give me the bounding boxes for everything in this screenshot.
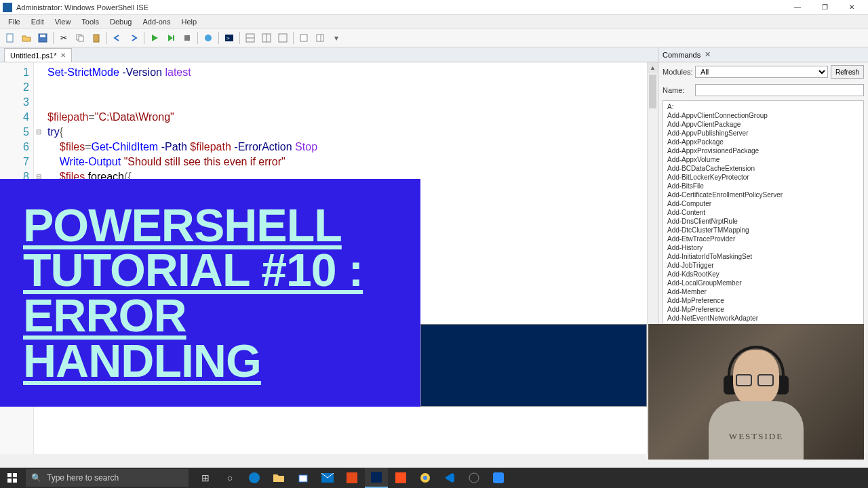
task-view-icon[interactable]: ⊞	[194, 468, 217, 488]
cmd-item[interactable]: Add-KdsRootKey	[663, 270, 863, 279]
undo-button[interactable]	[110, 30, 125, 45]
search-placeholder: Type here to search	[47, 473, 119, 483]
svg-point-23	[249, 472, 260, 483]
cmd-item[interactable]: Add-LocalGroupMember	[663, 279, 863, 287]
redo-button[interactable]	[126, 30, 141, 45]
powershell-button[interactable]: >	[222, 30, 237, 45]
new-file-button[interactable]	[3, 30, 18, 45]
modules-select[interactable]: All	[695, 66, 828, 78]
menu-file[interactable]: File	[3, 16, 26, 27]
svg-rect-5	[94, 35, 99, 42]
paste-button[interactable]	[89, 30, 104, 45]
svg-rect-4	[79, 36, 83, 41]
cmd-item[interactable]: Add-JobTrigger	[663, 261, 863, 270]
toolbar: ✂ > ▾	[0, 28, 868, 47]
obs-icon[interactable]	[462, 468, 486, 488]
layout-button-3[interactable]	[275, 30, 290, 45]
svg-rect-33	[493, 472, 504, 483]
window-title: Administrator: Windows PowerShell ISE	[16, 3, 149, 12]
cmd-item[interactable]: Add-AppvClientPackage	[663, 120, 863, 129]
menu-tools[interactable]: Tools	[76, 16, 104, 27]
run-selection-button[interactable]	[163, 30, 178, 45]
run-script-button[interactable]	[147, 30, 162, 45]
cmd-item[interactable]: Add-AppvPublishingServer	[663, 129, 863, 138]
cmd-item[interactable]: Add-MpPreference	[663, 305, 863, 314]
video-title-overlay: POWERSHELL TUTORIAL #10 : ERROR HANDLING	[0, 179, 420, 407]
open-file-button[interactable]	[19, 30, 34, 45]
svg-rect-6	[173, 35, 174, 41]
cmd-item[interactable]: Add-NetEventNetworkAdapter	[663, 314, 863, 323]
cmd-item[interactable]: Add-Content	[663, 208, 863, 217]
svg-rect-17	[317, 35, 323, 41]
taskbar-search[interactable]: 🔍 Type here to search	[26, 469, 189, 487]
cmd-item[interactable]: Add-AppxPackage	[663, 138, 863, 146]
minimize-button[interactable]: —	[784, 1, 811, 14]
cmd-item[interactable]: Add-Member	[663, 287, 863, 296]
svg-rect-21	[7, 479, 12, 483]
file-tab[interactable]: Untitled1.ps1* ✕	[4, 48, 72, 62]
edge-icon[interactable]	[243, 468, 266, 488]
cmd-item[interactable]: Add-InitiatorIdToMaskingSet	[663, 252, 863, 261]
webcam-overlay: WESTSIDE	[648, 324, 864, 460]
cmd-item[interactable]: Add-Computer	[663, 199, 863, 208]
svg-rect-15	[279, 34, 287, 42]
chrome-icon[interactable]	[414, 468, 437, 488]
app-icon-1[interactable]	[340, 468, 363, 488]
cmd-item[interactable]: Add-MpPreference	[663, 296, 863, 305]
show-script-button[interactable]	[296, 30, 311, 45]
cmd-item[interactable]: Add-DnsClientNrptRule	[663, 217, 863, 226]
cmd-item[interactable]: Add-CertificateEnrollmentPolicyServer	[663, 190, 863, 199]
shirt-text: WESTSIDE	[709, 431, 804, 442]
cmd-item[interactable]: Add-AppxVolume	[663, 155, 863, 164]
cmd-item[interactable]: Add-BitsFile	[663, 182, 863, 190]
start-button[interactable]	[0, 468, 24, 488]
cmd-item[interactable]: Add-BitLockerKeyProtector	[663, 173, 863, 182]
menu-debug[interactable]: Debug	[104, 16, 137, 27]
app-icon-2[interactable]	[389, 468, 412, 488]
cmd-item[interactable]: Add-EtwTraceProvider	[663, 235, 863, 243]
app-icon-3[interactable]	[487, 468, 510, 488]
menu-help[interactable]: Help	[176, 16, 202, 27]
cmd-item[interactable]: Add-History	[663, 243, 863, 252]
stop-button[interactable]	[180, 30, 195, 45]
toolbox-dropdown-button[interactable]: ▾	[329, 30, 344, 45]
maximize-button[interactable]: ❐	[811, 1, 838, 14]
tab-strip: Untitled1.ps1* ✕	[0, 47, 658, 62]
cmd-item[interactable]: Add-DtcClusterTMMapping	[663, 226, 863, 235]
console-pane[interactable]	[420, 324, 647, 407]
svg-point-8	[205, 35, 212, 41]
mail-icon[interactable]	[316, 468, 339, 488]
menu-view[interactable]: View	[50, 16, 77, 27]
scroll-thumb[interactable]	[649, 75, 656, 108]
presenter: WESTSIDE	[702, 338, 810, 460]
cmd-item[interactable]: Add-AppvClientConnectionGroup	[663, 111, 863, 120]
menu-edit[interactable]: Edit	[26, 16, 50, 27]
new-remote-tab-button[interactable]	[201, 30, 216, 45]
layout-button-1[interactable]	[243, 30, 258, 45]
explorer-icon[interactable]	[267, 468, 290, 488]
close-button[interactable]: ✕	[838, 1, 865, 14]
menu-add-ons[interactable]: Add-ons	[137, 16, 176, 27]
commands-panel-close-icon[interactable]: ✕	[705, 50, 711, 59]
ise-icon[interactable]	[365, 468, 388, 488]
vscode-icon[interactable]	[438, 468, 461, 488]
cmd-item[interactable]: Add-BCDataCacheExtension	[663, 164, 863, 173]
overlay-line-2: TUTORIAL #10 :	[23, 247, 397, 293]
copy-button[interactable]	[73, 30, 87, 45]
layout-button-2[interactable]	[259, 30, 274, 45]
commands-panel-header: Commands ✕	[658, 47, 868, 62]
save-button[interactable]	[35, 30, 50, 45]
overlay-line-3: ERROR HANDLING	[23, 293, 397, 383]
cmd-item[interactable]: Add-AppxProvisionedPackage	[663, 146, 863, 155]
store-icon[interactable]	[292, 468, 315, 488]
tab-close-icon[interactable]: ✕	[60, 52, 66, 59]
cut-button[interactable]: ✂	[56, 30, 71, 45]
show-command-button[interactable]	[313, 30, 328, 45]
cmd-item[interactable]: A:	[663, 102, 863, 111]
name-filter-input[interactable]	[695, 84, 864, 96]
scroll-up-icon[interactable]: ▲	[648, 62, 658, 73]
menubar: FileEditViewToolsDebugAdd-onsHelp	[0, 15, 868, 28]
refresh-button[interactable]: Refresh	[831, 65, 864, 79]
cortana-icon[interactable]: ○	[218, 468, 241, 488]
search-icon: 🔍	[31, 473, 41, 483]
